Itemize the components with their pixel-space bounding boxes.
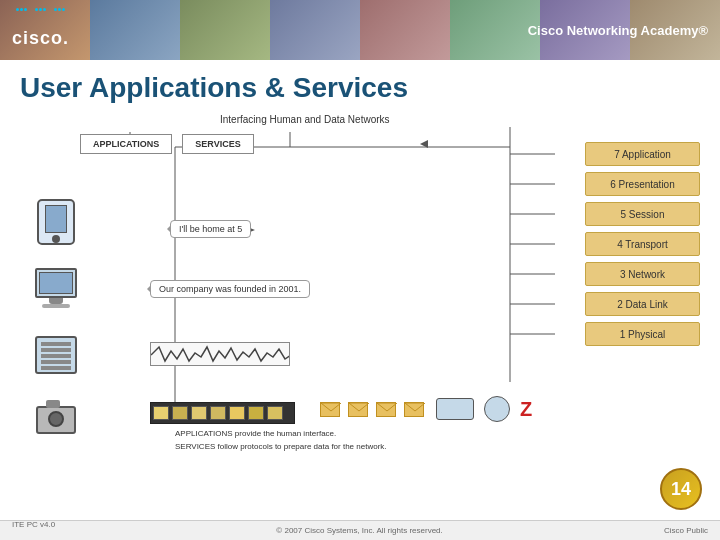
router-icon	[484, 396, 510, 422]
top-boxes-container: APPLICATIONS SERVICES	[80, 134, 254, 154]
envelope-4	[404, 402, 424, 417]
speech-text-2: Our company was founded in 2001.	[159, 284, 301, 294]
envelope-2	[348, 402, 368, 417]
icon-tablet-container	[28, 197, 83, 247]
footer-course: ITE PC v4.0	[12, 520, 55, 529]
icon-camera-container	[28, 397, 83, 442]
osi-1-label: 1 Physical	[620, 329, 666, 340]
envelope-1	[320, 402, 340, 417]
icon-phone-container	[28, 332, 83, 377]
osi-3-label: 3 Network	[620, 269, 665, 280]
footer-copyright: © 2007 Cisco Systems, Inc. All rights re…	[276, 526, 442, 535]
cisco-academy-logo: Cisco Networking Academy®	[528, 23, 708, 38]
header-banner: cisco. Cisco Networking Academy®	[0, 0, 720, 60]
applications-label: APPLICATIONS	[93, 139, 159, 149]
main-content: User Applications & Services	[0, 60, 720, 520]
osi-layer-2: 2 Data Link	[585, 292, 700, 316]
network-switch-icon	[436, 398, 474, 420]
speech-bubble-2: Our company was founded in 2001.	[150, 280, 310, 298]
osi-2-label: 2 Data Link	[617, 299, 668, 310]
bottom-caption: APPLICATIONS provide the human interface…	[175, 428, 387, 454]
applications-box: APPLICATIONS	[80, 134, 172, 154]
envelope-3	[376, 402, 396, 417]
services-label: SERVICES	[195, 139, 240, 149]
speech-bubble-1: I'll be home at 5	[170, 220, 251, 238]
zigzag-line: Z	[520, 398, 532, 421]
chapter-number: 14	[671, 479, 691, 500]
osi-layer-1: 1 Physical	[585, 322, 700, 346]
caption-line-2: SERVICES follow protocols to prepare dat…	[175, 441, 387, 454]
chapter-badge: 14	[660, 468, 702, 510]
network-devices-row: Z	[320, 396, 532, 422]
academy-brand-text: Cisco Networking Academy®	[528, 23, 708, 38]
header-photo-5	[360, 0, 450, 60]
page-title: User Applications & Services	[20, 72, 700, 104]
osi-6-label: 6 Presentation	[610, 179, 675, 190]
svg-marker-17	[321, 403, 341, 411]
header-photo-4	[270, 0, 360, 60]
cisco-dots	[12, 8, 69, 26]
svg-marker-18	[349, 403, 369, 411]
osi-7-label: 7 Application	[614, 149, 671, 160]
header-photo-3	[180, 0, 270, 60]
speech-text-1: I'll be home at 5	[179, 224, 242, 234]
diagram-title: Interfacing Human and Data Networks	[220, 114, 390, 125]
osi-layer-3: 3 Network	[585, 262, 700, 286]
footer: ITE PC v4.0 Chapter 1 © 2007 Cisco Syste…	[0, 520, 720, 540]
footer-left: ITE PC v4.0 Chapter 1	[12, 513, 55, 541]
header-photo-6	[450, 0, 540, 60]
services-box: SERVICES	[182, 134, 253, 154]
svg-marker-19	[377, 403, 397, 411]
osi-layer-7: 7 Application	[585, 142, 700, 166]
caption-line-1: APPLICATIONS provide the human interface…	[175, 428, 387, 441]
header-photo-2	[90, 0, 180, 60]
osi-layer-4: 4 Transport	[585, 232, 700, 256]
svg-marker-10	[420, 140, 428, 148]
diagram-container: Interfacing Human and Data Networks APPL…	[20, 112, 700, 482]
cisco-brand-text: cisco.	[12, 28, 69, 49]
svg-marker-20	[405, 403, 425, 411]
footer-right: Cisco Public	[664, 526, 708, 535]
osi-5-label: 5 Session	[621, 209, 665, 220]
waveform-container	[150, 342, 290, 366]
icon-desktop-container	[28, 260, 83, 315]
osi-layer-5: 5 Session	[585, 202, 700, 226]
film-strip	[150, 402, 295, 424]
cisco-logo: cisco.	[12, 8, 69, 49]
osi-layer-6: 6 Presentation	[585, 172, 700, 196]
osi-4-label: 4 Transport	[617, 239, 668, 250]
